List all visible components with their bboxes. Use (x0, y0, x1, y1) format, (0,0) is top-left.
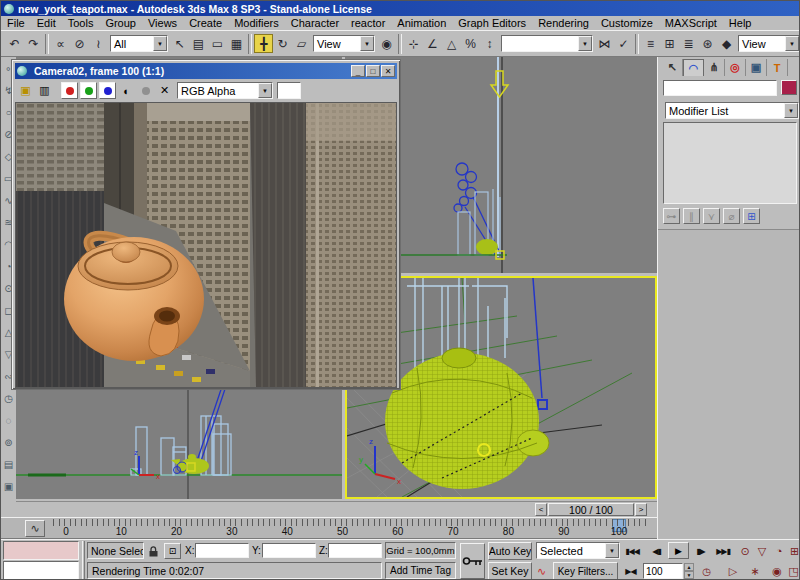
percent-snap-icon[interactable]: % (461, 34, 480, 53)
key-mode-toggle-icon[interactable]: ▶◀ (621, 563, 640, 579)
chevron-down-icon[interactable]: ▼ (153, 36, 167, 51)
reactor-icon-17[interactable]: ◌ (2, 409, 15, 431)
frame-spinner[interactable]: ▲▼ (684, 563, 694, 579)
render-scene-icon[interactable]: ◆ (717, 34, 736, 53)
mirror-icon[interactable]: ⋈ (595, 34, 614, 53)
show-end-result-icon[interactable]: ∥ (683, 208, 700, 224)
time-configuration-icon[interactable]: ◷ (698, 563, 715, 579)
auto-key-button[interactable]: Auto Key (488, 542, 532, 560)
field-of-view-icon[interactable]: ▷ (725, 563, 741, 579)
arc-rotate-icon[interactable]: ◉ (769, 563, 785, 579)
x-coordinate-input[interactable] (195, 543, 249, 558)
select-rotate-icon[interactable]: ↻ (273, 34, 292, 53)
background-color-swatch[interactable] (277, 82, 301, 99)
render-view-dropdown[interactable]: View▼ (738, 35, 800, 52)
save-bitmap-icon[interactable]: ▣ (17, 82, 34, 99)
schematic-view-icon[interactable]: ≣ (679, 34, 698, 53)
previous-frame-icon[interactable]: ◀▮ (647, 543, 666, 559)
key-mode-dropdown[interactable]: Selected ▼ (536, 542, 620, 559)
monochrome-icon[interactable]: ◐ (118, 82, 135, 99)
time-slider[interactable]: < 100 / 100 > (16, 501, 657, 516)
maxscript-listener-pink[interactable] (3, 541, 79, 560)
play-animation-icon[interactable]: ▶ (668, 542, 689, 559)
set-key-button[interactable]: Set Key (488, 562, 532, 580)
select-move-icon[interactable]: ╋ (254, 34, 273, 53)
tab-utilities[interactable]: T (767, 59, 788, 76)
zoom-extents-all-icon[interactable]: ⊞ (788, 543, 800, 559)
min-max-toggle-icon[interactable]: ◳ (787, 563, 800, 579)
menu-item-tools[interactable]: Tools (62, 16, 100, 30)
tab-create[interactable]: ↖ (662, 59, 683, 76)
zoom-all-icon[interactable]: ▽ (754, 543, 770, 559)
chevron-down-icon[interactable]: ▼ (360, 36, 374, 51)
use-center-icon[interactable]: ◉ (377, 34, 396, 53)
channel-display-dropdown[interactable]: RGB Alpha ▼ (177, 82, 273, 99)
select-scale-icon[interactable]: ▱ (292, 34, 311, 53)
alpha-channel-icon[interactable] (137, 82, 154, 99)
chevron-down-icon[interactable]: ▼ (258, 83, 272, 98)
close-icon[interactable]: ✕ (381, 65, 395, 77)
render-window-titlebar[interactable]: Camera02, frame 100 (1:1) _ □ ✕ (15, 63, 397, 79)
add-time-tag[interactable]: Add Time Tag (385, 562, 456, 579)
reactor-icon-18[interactable]: ⊚ (2, 431, 15, 453)
z-coordinate-input[interactable] (328, 543, 382, 558)
menu-item-views[interactable]: Views (142, 16, 183, 30)
minimize-icon[interactable]: _ (351, 65, 365, 77)
menu-item-edit[interactable]: Edit (31, 16, 62, 30)
zoom-icon[interactable]: ⊙ (737, 543, 753, 559)
reactor-icon-19[interactable]: ▤ (2, 453, 15, 475)
select-by-name-icon[interactable]: ▤ (189, 34, 208, 53)
absolute-offset-mode-icon[interactable]: ⊡ (164, 543, 181, 559)
undo-icon[interactable]: ↶ (5, 34, 24, 53)
select-manipulate-icon[interactable]: ⊹ (404, 34, 423, 53)
select-object-icon[interactable]: ↖ (170, 34, 189, 53)
mini-curve-editor-icon[interactable]: ∿ (25, 520, 45, 537)
spinner-snap-icon[interactable]: ↕ (480, 34, 499, 53)
rendered-frame-window[interactable]: Camera02, frame 100 (1:1) _ □ ✕ ▣ ▥ ◐ ✕ … (11, 59, 401, 390)
chevron-down-icon[interactable]: ▼ (784, 103, 798, 118)
red-channel-icon[interactable] (61, 82, 78, 99)
menu-item-file[interactable]: File (1, 16, 31, 30)
menu-item-reactor[interactable]: reactor (345, 16, 391, 30)
remove-modifier-icon[interactable]: ⌀ (723, 208, 740, 224)
time-slider-prev[interactable]: < (535, 503, 547, 516)
redo-icon[interactable]: ↷ (24, 34, 43, 53)
next-frame-icon[interactable]: ▮▶ (691, 543, 710, 559)
make-unique-icon[interactable]: ⋎ (703, 208, 720, 224)
menu-item-help[interactable]: Help (723, 16, 758, 30)
go-to-start-icon[interactable]: ▮◀◀ (621, 543, 643, 559)
tab-motion[interactable]: ◎ (725, 59, 746, 76)
named-selection-dropdown[interactable]: ▼ (501, 35, 593, 52)
pan-view-icon[interactable]: ∗ (747, 563, 763, 579)
selection-lock-icon[interactable] (146, 543, 161, 559)
reactor-icon-20[interactable]: ▣ (2, 475, 15, 497)
select-link-icon[interactable]: ∝ (51, 34, 70, 53)
object-color-swatch[interactable] (781, 80, 797, 95)
modifier-stack-list[interactable] (663, 122, 797, 204)
maxscript-listener-white[interactable] (3, 561, 79, 580)
unlink-icon[interactable]: ⊘ (70, 34, 89, 53)
go-to-end-icon[interactable]: ▶▶▮ (712, 543, 734, 559)
chevron-down-icon[interactable]: ▼ (578, 36, 592, 51)
menu-item-animation[interactable]: Animation (391, 16, 452, 30)
menu-item-customize[interactable]: Customize (595, 16, 659, 30)
current-frame-input[interactable] (643, 563, 683, 579)
reactor-icon-16[interactable]: ◷ (2, 387, 15, 409)
track-bar[interactable]: ∿ 0102030405060708090100 (1, 517, 657, 539)
zoom-extents-icon[interactable]: ◔ (771, 543, 787, 559)
chevron-down-icon[interactable]: ▼ (605, 543, 619, 558)
layer-manager-icon[interactable]: ≡ (641, 34, 660, 53)
pin-stack-icon[interactable]: ⊶ (663, 208, 680, 224)
y-coordinate-input[interactable] (262, 543, 316, 558)
time-slider-next[interactable]: > (635, 503, 647, 516)
bind-to-spacewarp-icon[interactable]: ≀ (89, 34, 108, 53)
maximize-icon[interactable]: □ (366, 65, 380, 77)
menu-item-rendering[interactable]: Rendering (532, 16, 595, 30)
clone-window-icon[interactable]: ▥ (36, 82, 53, 99)
blue-channel-icon[interactable] (99, 82, 116, 99)
default-in-out-tangent-icon[interactable]: ∿ (534, 564, 549, 579)
tab-hierarchy[interactable]: ⋔ (704, 59, 725, 76)
green-channel-icon[interactable] (80, 82, 97, 99)
snap-toggle-icon[interactable]: ∠ (423, 34, 442, 53)
menu-item-modifiers[interactable]: Modifiers (228, 16, 285, 30)
